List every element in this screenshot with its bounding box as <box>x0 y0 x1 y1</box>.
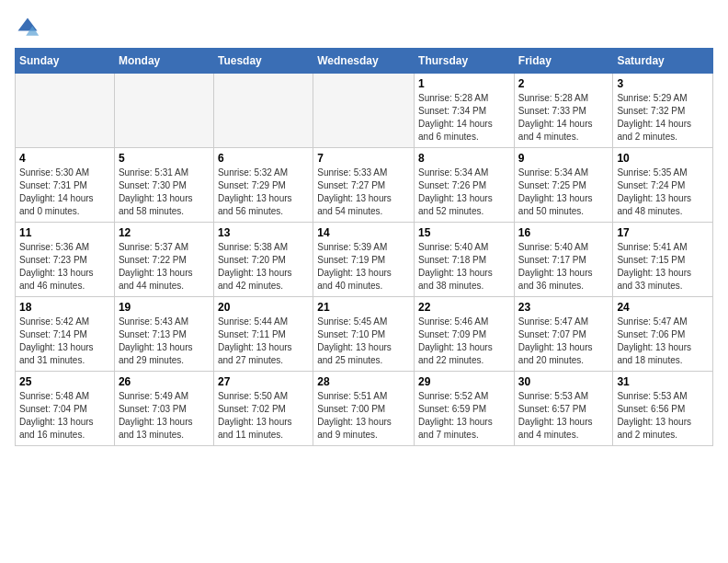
calendar-cell: 30Sunrise: 5:53 AM Sunset: 6:57 PM Dayli… <box>514 372 613 446</box>
day-number: 20 <box>218 301 309 314</box>
day-info: Sunrise: 5:28 AM Sunset: 7:33 PM Dayligh… <box>518 92 609 144</box>
day-number: 27 <box>218 375 309 388</box>
calendar-cell <box>213 74 313 148</box>
calendar-cell: 31Sunrise: 5:53 AM Sunset: 6:56 PM Dayli… <box>613 372 713 446</box>
day-number: 6 <box>218 152 309 165</box>
day-info: Sunrise: 5:40 AM Sunset: 7:18 PM Dayligh… <box>418 241 510 293</box>
calendar-cell: 7Sunrise: 5:33 AM Sunset: 7:27 PM Daylig… <box>313 148 415 223</box>
day-info: Sunrise: 5:42 AM Sunset: 7:14 PM Dayligh… <box>19 316 110 367</box>
day-info: Sunrise: 5:52 AM Sunset: 6:59 PM Dayligh… <box>418 390 510 442</box>
day-info: Sunrise: 5:38 AM Sunset: 7:20 PM Dayligh… <box>218 241 309 293</box>
day-number: 14 <box>317 226 410 239</box>
calendar-cell <box>313 74 415 148</box>
day-number: 16 <box>518 226 609 239</box>
calendar-week-3: 11Sunrise: 5:36 AM Sunset: 7:23 PM Dayli… <box>16 223 713 297</box>
calendar-cell <box>114 74 213 148</box>
calendar-cell: 13Sunrise: 5:38 AM Sunset: 7:20 PM Dayli… <box>213 223 313 297</box>
calendar-cell: 26Sunrise: 5:49 AM Sunset: 7:03 PM Dayli… <box>114 372 213 446</box>
day-number: 18 <box>19 301 110 314</box>
day-number: 4 <box>19 152 110 165</box>
column-header-monday: Monday <box>114 49 213 74</box>
calendar-cell: 4Sunrise: 5:30 AM Sunset: 7:31 PM Daylig… <box>16 148 115 223</box>
calendar-week-5: 25Sunrise: 5:48 AM Sunset: 7:04 PM Dayli… <box>16 372 713 446</box>
day-info: Sunrise: 5:32 AM Sunset: 7:29 PM Dayligh… <box>218 167 309 218</box>
calendar-cell: 10Sunrise: 5:35 AM Sunset: 7:24 PM Dayli… <box>613 148 713 223</box>
calendar-cell: 25Sunrise: 5:48 AM Sunset: 7:04 PM Dayli… <box>16 372 115 446</box>
calendar-cell: 3Sunrise: 5:29 AM Sunset: 7:32 PM Daylig… <box>613 74 713 148</box>
calendar-cell: 28Sunrise: 5:51 AM Sunset: 7:00 PM Dayli… <box>313 372 415 446</box>
day-number: 22 <box>418 301 510 314</box>
calendar-cell: 15Sunrise: 5:40 AM Sunset: 7:18 PM Dayli… <box>415 223 515 297</box>
day-info: Sunrise: 5:31 AM Sunset: 7:30 PM Dayligh… <box>119 167 210 218</box>
day-number: 25 <box>19 375 110 388</box>
calendar-cell: 22Sunrise: 5:46 AM Sunset: 7:09 PM Dayli… <box>415 297 515 372</box>
calendar-cell: 27Sunrise: 5:50 AM Sunset: 7:02 PM Dayli… <box>213 372 313 446</box>
calendar-cell: 9Sunrise: 5:34 AM Sunset: 7:25 PM Daylig… <box>514 148 613 223</box>
column-header-wednesday: Wednesday <box>313 49 415 74</box>
day-number: 7 <box>317 152 410 165</box>
day-info: Sunrise: 5:39 AM Sunset: 7:19 PM Dayligh… <box>317 241 410 293</box>
calendar-cell: 14Sunrise: 5:39 AM Sunset: 7:19 PM Dayli… <box>313 223 415 297</box>
calendar-week-1: 1Sunrise: 5:28 AM Sunset: 7:34 PM Daylig… <box>16 74 713 148</box>
calendar-cell: 1Sunrise: 5:28 AM Sunset: 7:34 PM Daylig… <box>415 74 515 148</box>
day-info: Sunrise: 5:50 AM Sunset: 7:02 PM Dayligh… <box>218 390 309 442</box>
day-number: 1 <box>418 77 510 90</box>
day-info: Sunrise: 5:36 AM Sunset: 7:23 PM Dayligh… <box>19 241 110 293</box>
day-info: Sunrise: 5:51 AM Sunset: 7:00 PM Dayligh… <box>317 390 410 442</box>
column-header-sunday: Sunday <box>16 49 115 74</box>
day-number: 24 <box>617 301 709 314</box>
calendar-cell: 24Sunrise: 5:47 AM Sunset: 7:06 PM Dayli… <box>613 297 713 372</box>
calendar-table: SundayMondayTuesdayWednesdayThursdayFrid… <box>15 48 713 446</box>
day-info: Sunrise: 5:44 AM Sunset: 7:11 PM Dayligh… <box>218 316 309 367</box>
calendar-cell: 17Sunrise: 5:41 AM Sunset: 7:15 PM Dayli… <box>613 223 713 297</box>
calendar-cell: 16Sunrise: 5:40 AM Sunset: 7:17 PM Dayli… <box>514 223 613 297</box>
day-info: Sunrise: 5:41 AM Sunset: 7:15 PM Dayligh… <box>617 241 709 293</box>
day-info: Sunrise: 5:34 AM Sunset: 7:25 PM Dayligh… <box>518 167 609 218</box>
day-number: 10 <box>617 152 709 165</box>
day-number: 31 <box>617 375 709 388</box>
calendar-week-2: 4Sunrise: 5:30 AM Sunset: 7:31 PM Daylig… <box>16 148 713 223</box>
calendar-cell: 18Sunrise: 5:42 AM Sunset: 7:14 PM Dayli… <box>16 297 115 372</box>
day-number: 11 <box>19 226 110 239</box>
day-number: 30 <box>518 375 609 388</box>
day-info: Sunrise: 5:47 AM Sunset: 7:07 PM Dayligh… <box>518 316 609 367</box>
day-info: Sunrise: 5:34 AM Sunset: 7:26 PM Dayligh… <box>418 167 510 218</box>
column-header-tuesday: Tuesday <box>213 49 313 74</box>
calendar-week-4: 18Sunrise: 5:42 AM Sunset: 7:14 PM Dayli… <box>16 297 713 372</box>
day-number: 8 <box>418 152 510 165</box>
column-header-saturday: Saturday <box>613 49 713 74</box>
day-number: 21 <box>317 301 410 314</box>
day-info: Sunrise: 5:33 AM Sunset: 7:27 PM Dayligh… <box>317 167 410 218</box>
day-info: Sunrise: 5:30 AM Sunset: 7:31 PM Dayligh… <box>19 167 110 218</box>
day-number: 13 <box>218 226 309 239</box>
day-info: Sunrise: 5:29 AM Sunset: 7:32 PM Dayligh… <box>617 92 709 144</box>
logo <box>15 15 44 40</box>
day-number: 15 <box>418 226 510 239</box>
calendar-cell: 8Sunrise: 5:34 AM Sunset: 7:26 PM Daylig… <box>415 148 515 223</box>
day-number: 19 <box>119 301 210 314</box>
day-info: Sunrise: 5:45 AM Sunset: 7:10 PM Dayligh… <box>317 316 410 367</box>
calendar-cell: 19Sunrise: 5:43 AM Sunset: 7:13 PM Dayli… <box>114 297 213 372</box>
day-number: 29 <box>418 375 510 388</box>
day-info: Sunrise: 5:43 AM Sunset: 7:13 PM Dayligh… <box>119 316 210 367</box>
calendar-cell: 2Sunrise: 5:28 AM Sunset: 7:33 PM Daylig… <box>514 74 613 148</box>
day-info: Sunrise: 5:28 AM Sunset: 7:34 PM Dayligh… <box>418 92 510 144</box>
calendar-cell: 21Sunrise: 5:45 AM Sunset: 7:10 PM Dayli… <box>313 297 415 372</box>
day-number: 17 <box>617 226 709 239</box>
day-number: 2 <box>518 77 609 90</box>
day-number: 23 <box>518 301 609 314</box>
column-header-thursday: Thursday <box>415 49 515 74</box>
calendar-cell: 23Sunrise: 5:47 AM Sunset: 7:07 PM Dayli… <box>514 297 613 372</box>
calendar-cell: 6Sunrise: 5:32 AM Sunset: 7:29 PM Daylig… <box>213 148 313 223</box>
page-header <box>15 15 713 40</box>
day-number: 9 <box>518 152 609 165</box>
calendar-cell <box>16 74 115 148</box>
day-info: Sunrise: 5:37 AM Sunset: 7:22 PM Dayligh… <box>119 241 210 293</box>
calendar-cell: 29Sunrise: 5:52 AM Sunset: 6:59 PM Dayli… <box>415 372 515 446</box>
day-info: Sunrise: 5:35 AM Sunset: 7:24 PM Dayligh… <box>617 167 709 218</box>
calendar-cell: 5Sunrise: 5:31 AM Sunset: 7:30 PM Daylig… <box>114 148 213 223</box>
column-header-friday: Friday <box>514 49 613 74</box>
calendar-header-row: SundayMondayTuesdayWednesdayThursdayFrid… <box>16 49 713 74</box>
day-info: Sunrise: 5:53 AM Sunset: 6:56 PM Dayligh… <box>617 390 709 442</box>
day-info: Sunrise: 5:48 AM Sunset: 7:04 PM Dayligh… <box>19 390 110 442</box>
